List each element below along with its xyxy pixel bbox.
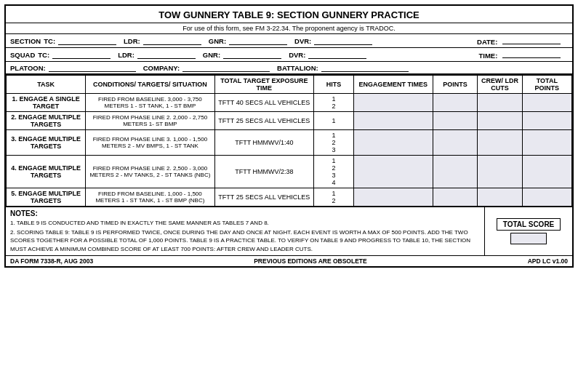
task-cell-1: 2. ENGAGE MULTIPLE TARGETS [7, 112, 86, 130]
exposure-cell-2: TFTT HMMWV/1:40 [214, 130, 313, 156]
task-cell-0: 1. ENGAGE A SINGLE TARGET [7, 94, 86, 112]
conditions-cell-3: FIRED FROM PHASE LINE 2. 2,500 - 3,000 M… [86, 156, 214, 188]
col-exposure: TOTAL TARGET EXPOSURE TIME [214, 76, 313, 94]
table-row: 2. ENGAGE MULTIPLE TARGETSFIRED FROM PHA… [7, 112, 572, 130]
engagement-cell-2[interactable] [353, 130, 433, 156]
crew-cell-1[interactable] [478, 112, 522, 130]
exposure-cell-0: TFTT 40 SECS ALL VEHICLES [214, 94, 313, 112]
section-label: SECTION [10, 37, 41, 45]
gnr-label-squad: GNR: [203, 51, 220, 59]
crew-cell-3[interactable] [478, 156, 522, 188]
col-points: POINTS [433, 76, 477, 94]
engagement-cell-4[interactable] [353, 188, 433, 207]
crew-cell-4[interactable] [478, 188, 522, 207]
crew-cell-0[interactable] [478, 94, 522, 112]
points-cell-3[interactable] [433, 156, 477, 188]
table-row: 3. ENGAGE MULTIPLE TARGETSFIRED FROM PHA… [7, 130, 572, 156]
points-cell-4[interactable] [433, 188, 477, 207]
total-score-section: TOTAL SCORE [485, 207, 572, 255]
table-row: 5. ENGAGE MULTIPLE TARGETSFIRED FROM BAS… [7, 188, 572, 207]
ldr-field-section[interactable] [143, 36, 201, 45]
dvr-field-section[interactable] [314, 36, 372, 45]
col-conditions: CONDITIONS/ TARGETS/ SITUATION [86, 76, 214, 94]
total-points-cell-0[interactable] [522, 94, 571, 112]
points-cell-2[interactable] [433, 130, 477, 156]
total-points-cell-4[interactable] [522, 188, 571, 207]
col-engagement: ENGAGEMENT TIMES [353, 76, 433, 94]
gnr-label-section: GNR: [209, 37, 226, 45]
dvr-label-squad: DVR: [289, 51, 305, 59]
total-points-cell-2[interactable] [522, 130, 571, 156]
ldr-field-squad[interactable] [137, 50, 196, 59]
notes-section: NOTES: 1. TABLE 9 IS CONDUCTED AND TIMED… [6, 207, 485, 255]
date-label: DATE: [477, 38, 497, 46]
col-crew: CREW/ LDR CUTS [478, 76, 522, 94]
col-task: TASK [7, 76, 86, 94]
hits-cell-1: 1 [314, 112, 354, 130]
col-total-points: TOTAL POINTS [522, 76, 571, 94]
hits-cell-2: 123 [314, 130, 354, 156]
table-row: 4. ENGAGE MULTIPLE TARGETSFIRED FROM PHA… [7, 156, 572, 188]
tc-field-section[interactable] [58, 36, 116, 45]
conditions-cell-2: FIRED FROM PHASE LINE 3. 1,000 - 1,500 M… [86, 130, 214, 156]
subtitle: For use of this form, see FM 3-22.34. Th… [6, 23, 572, 34]
total-points-cell-1[interactable] [522, 112, 571, 130]
dvr-label-section: DVR: [294, 37, 311, 45]
task-cell-4: 5. ENGAGE MULTIPLE TARGETS [7, 188, 86, 207]
dvr-field-squad[interactable] [308, 50, 366, 59]
task-cell-3: 4. ENGAGE MULTIPLE TARGETS [7, 156, 86, 188]
date-field[interactable] [502, 36, 561, 44]
exposure-cell-1: TFTT 25 SECS ALL VEHICLES [214, 112, 313, 130]
footer-left: DA FORM 7338-R, AUG 2003 [10, 257, 93, 265]
total-score-field[interactable] [510, 233, 547, 244]
company-field[interactable] [182, 63, 270, 72]
gnr-field-section[interactable] [229, 36, 287, 45]
hits-cell-3: 1234 [314, 156, 354, 188]
page-title: TOW GUNNERY TABLE 9: SECTION GUNNERY PRA… [6, 6, 572, 23]
battalion-field[interactable] [321, 63, 409, 72]
tc-field-squad[interactable] [52, 50, 111, 59]
exposure-cell-3: TFTT HMMWV/2:38 [214, 156, 313, 188]
hits-cell-0: 12 [314, 94, 354, 112]
conditions-cell-4: FIRED FROM BASELINE. 1,000 - 1,500 METER… [86, 188, 214, 207]
points-cell-0[interactable] [433, 94, 477, 112]
platoon-field[interactable] [49, 63, 136, 72]
time-label: TIME: [479, 52, 498, 60]
time-field[interactable] [502, 49, 561, 58]
note-2: 2. SCORING TABLE 9: TABLE 9 IS PERFORMED… [10, 228, 480, 253]
crew-cell-2[interactable] [478, 130, 522, 156]
hits-cell-4: 12 [314, 188, 354, 207]
task-cell-2: 3. ENGAGE MULTIPLE TARGETS [7, 130, 86, 156]
footer-right: APD LC v1.00 [528, 257, 568, 265]
total-points-cell-3[interactable] [522, 156, 571, 188]
footer-center: PREVIOUS EDITIONS ARE OBSOLETE [254, 257, 367, 265]
conditions-cell-1: FIRED FROM PHASE LINE 2. 2,000 - 2,750 M… [86, 112, 214, 130]
ldr-label-section: LDR: [124, 37, 140, 45]
tc-label-section: TC: [44, 37, 55, 45]
table-row: 1. ENGAGE A SINGLE TARGETFIRED FROM BASE… [7, 94, 572, 112]
notes-header: NOTES: [10, 209, 480, 217]
company-label: COMPANY: [143, 64, 180, 72]
engagement-cell-3[interactable] [353, 156, 433, 188]
footer: DA FORM 7338-R, AUG 2003 PREVIOUS EDITIO… [6, 255, 572, 266]
squad-label: SQUAD [10, 51, 35, 59]
ldr-label-squad: LDR: [118, 51, 135, 59]
points-cell-1[interactable] [433, 112, 477, 130]
engagement-cell-1[interactable] [353, 112, 433, 130]
platoon-label: PLATOON: [10, 64, 46, 72]
conditions-cell-0: FIRED FROM BASELINE. 3,000 - 3,750 METER… [86, 94, 214, 112]
tc-label-squad: TC: [38, 51, 49, 59]
battalion-label: BATTALION: [277, 64, 318, 72]
exposure-cell-4: TFTT 25 SECS ALL VEHICLES [214, 188, 313, 207]
total-score-label: TOTAL SCORE [497, 218, 561, 231]
col-hits: HITS [314, 76, 354, 94]
engagement-cell-0[interactable] [353, 94, 433, 112]
gnr-field-squad[interactable] [223, 50, 281, 59]
note-1: 1. TABLE 9 IS CONDUCTED AND TIMED IN EXA… [10, 219, 480, 227]
